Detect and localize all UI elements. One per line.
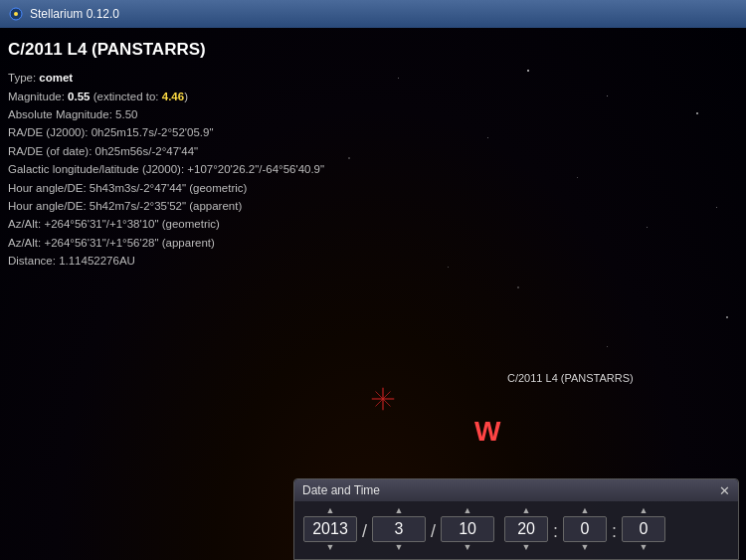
hour-down-button[interactable]: ▼ xyxy=(503,542,549,553)
date-sep-2: / xyxy=(427,521,440,542)
year-up-button[interactable]: ▲ xyxy=(302,505,358,516)
datetime-title: Date and Time xyxy=(302,483,380,497)
month-down-button[interactable]: ▼ xyxy=(371,542,427,553)
object-title: C/2011 L4 (PANSTARRS) xyxy=(8,36,324,63)
minute-value[interactable]: 0 xyxy=(563,516,607,542)
az-alt-apparent-line: Az/Alt: +264°56'31"/+1°56'28" (apparent) xyxy=(8,234,324,252)
type-line: Type: comet xyxy=(8,69,324,87)
day-down-button[interactable]: ▼ xyxy=(440,542,495,553)
hour-spinner: ▲ 20 ▼ xyxy=(503,505,549,553)
stellarium-icon xyxy=(8,6,24,22)
minute-down-button[interactable]: ▼ xyxy=(562,542,608,553)
time-sep-2: : xyxy=(608,521,621,542)
abs-magnitude-line: Absolute Magnitude: 5.50 xyxy=(8,105,324,123)
datetime-body: ▲ 2013 ▼ / ▲ 3 ▼ / ▲ 10 ▼ ▲ xyxy=(294,501,738,559)
galactic-line: Galactic longitude/latitude (J2000): +10… xyxy=(8,160,324,178)
month-value[interactable]: 3 xyxy=(372,516,426,542)
second-spinner: ▲ 0 ▼ xyxy=(621,505,666,553)
second-value[interactable]: 0 xyxy=(622,516,665,542)
year-value[interactable]: 2013 xyxy=(303,516,357,542)
day-spinner: ▲ 10 ▼ xyxy=(440,505,495,553)
comet-marker xyxy=(368,384,398,414)
info-panel: C/2011 L4 (PANSTARRS) Type: comet Magnit… xyxy=(8,36,324,270)
hour-angle-geometric-line: Hour angle/DE: 5h43m3s/-2°47'44" (geomet… xyxy=(8,179,324,197)
hour-angle-apparent-line: Hour angle/DE: 5h42m7s/-2°35'52" (appare… xyxy=(8,197,324,215)
distance-line: Distance: 1.11452276AU xyxy=(8,252,324,270)
type-value: comet xyxy=(39,72,73,84)
time-group: ▲ 20 ▼ : ▲ 0 ▼ : ▲ 0 ▼ xyxy=(503,505,666,553)
minute-up-button[interactable]: ▲ xyxy=(562,505,608,516)
second-down-button[interactable]: ▼ xyxy=(621,542,666,553)
compass-w-label: W xyxy=(474,416,500,448)
sky-canvas: C/2011 L4 (PANSTARRS) Type: comet Magnit… xyxy=(0,28,746,560)
time-sep-1: : xyxy=(549,521,562,542)
magnitude-extincted: 4.46 xyxy=(162,91,184,102)
magnitude-value: 0.55 xyxy=(68,91,90,102)
ra-de-ofdate-line: RA/DE (of date): 0h25m56s/-2°47'44" xyxy=(8,142,324,160)
title-bar: Stellarium 0.12.0 xyxy=(0,0,746,28)
month-spinner: ▲ 3 ▼ xyxy=(371,505,427,553)
title-bar-text: Stellarium 0.12.0 xyxy=(30,7,119,21)
comet-label: C/2011 L4 (PANSTARRS) xyxy=(507,372,634,384)
month-up-button[interactable]: ▲ xyxy=(371,505,427,516)
year-down-button[interactable]: ▼ xyxy=(302,542,358,553)
second-up-button[interactable]: ▲ xyxy=(621,505,666,516)
datetime-panel: Date and Time ✕ ▲ 2013 ▼ / ▲ 3 ▼ / ▲ 10 xyxy=(293,478,739,560)
magnitude-line: Magnitude: 0.55 (extincted to: 4.46) xyxy=(8,88,324,105)
minute-spinner: ▲ 0 ▼ xyxy=(562,505,608,553)
date-sep-1: / xyxy=(358,521,371,542)
year-spinner: ▲ 2013 ▼ xyxy=(302,505,358,553)
datetime-header: Date and Time ✕ xyxy=(294,479,738,501)
day-up-button[interactable]: ▲ xyxy=(440,505,495,516)
svg-point-1 xyxy=(14,12,18,16)
hour-value[interactable]: 20 xyxy=(504,516,548,542)
az-alt-geometric-line: Az/Alt: +264°56'31"/+1°38'10" (geometric… xyxy=(8,215,324,233)
day-value[interactable]: 10 xyxy=(441,516,494,542)
datetime-close-button[interactable]: ✕ xyxy=(719,484,730,497)
ra-de-j2000-line: RA/DE (J2000): 0h25m15.7s/-2°52'05.9" xyxy=(8,123,324,141)
hour-up-button[interactable]: ▲ xyxy=(503,505,549,516)
